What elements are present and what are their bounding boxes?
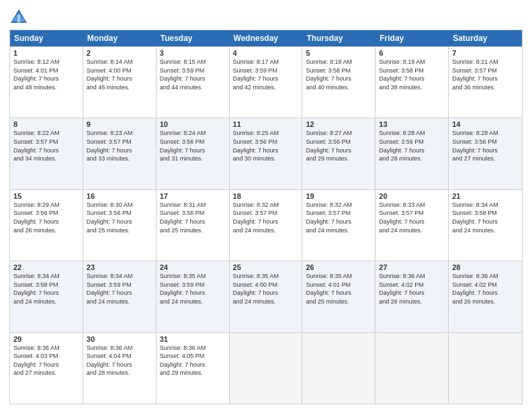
empty-cell-4-6 [449,333,522,404]
day-number: 20 [379,192,445,200]
day-number: 13 [379,120,445,128]
calendar: SundayMondayTuesdayWednesdayThursdayFrid… [9,30,523,404]
day-cell-1: 1Sunrise: 8:12 AM Sunset: 4:01 PM Daylig… [10,47,83,118]
day-cell-12: 12Sunrise: 8:27 AM Sunset: 3:56 PM Dayli… [302,118,375,189]
day-cell-9: 9Sunrise: 8:23 AM Sunset: 3:57 PM Daylig… [83,118,157,189]
day-info: Sunrise: 8:19 AM Sunset: 3:58 PM Dayligh… [379,58,445,91]
day-cell-10: 10Sunrise: 8:24 AM Sunset: 3:56 PM Dayli… [157,118,230,189]
day-number: 12 [306,120,371,128]
day-cell-7: 7Sunrise: 8:21 AM Sunset: 3:57 PM Daylig… [449,47,522,118]
day-cell-2: 2Sunrise: 8:14 AM Sunset: 4:00 PM Daylig… [83,47,157,118]
day-info: Sunrise: 8:29 AM Sunset: 3:56 PM Dayligh… [13,201,79,234]
day-cell-20: 20Sunrise: 8:33 AM Sunset: 3:57 PM Dayli… [375,190,449,261]
calendar-row-2: 8Sunrise: 8:22 AM Sunset: 3:57 PM Daylig… [10,118,522,189]
calendar-row-1: 1Sunrise: 8:12 AM Sunset: 4:01 PM Daylig… [10,46,522,118]
day-header-sunday: Sunday [10,30,83,46]
day-header-thursday: Thursday [302,30,375,46]
day-number: 4 [233,49,299,57]
day-cell-16: 16Sunrise: 8:30 AM Sunset: 3:56 PM Dayli… [83,190,157,261]
day-cell-4: 4Sunrise: 8:17 AM Sunset: 3:59 PM Daylig… [230,47,303,118]
day-cell-8: 8Sunrise: 8:22 AM Sunset: 3:57 PM Daylig… [10,118,83,189]
day-info: Sunrise: 8:17 AM Sunset: 3:59 PM Dayligh… [233,58,299,91]
day-cell-31: 31Sunrise: 8:36 AM Sunset: 4:05 PM Dayli… [157,333,230,404]
day-number: 28 [452,263,519,271]
day-info: Sunrise: 8:14 AM Sunset: 4:00 PM Dayligh… [87,58,152,91]
day-info: Sunrise: 8:28 AM Sunset: 3:56 PM Dayligh… [379,129,445,163]
calendar-body: 1Sunrise: 8:12 AM Sunset: 4:01 PM Daylig… [10,46,522,404]
day-number: 23 [87,263,152,271]
day-cell-11: 11Sunrise: 8:25 AM Sunset: 3:56 PM Dayli… [230,118,303,189]
day-info: Sunrise: 8:32 AM Sunset: 3:57 PM Dayligh… [233,201,299,234]
day-info: Sunrise: 8:34 AM Sunset: 3:58 PM Dayligh… [452,201,519,234]
day-number: 10 [160,120,226,128]
day-cell-3: 3Sunrise: 8:15 AM Sunset: 3:59 PM Daylig… [157,47,230,118]
day-cell-13: 13Sunrise: 8:28 AM Sunset: 3:56 PM Dayli… [375,118,449,189]
day-cell-14: 14Sunrise: 8:28 AM Sunset: 3:56 PM Dayli… [449,118,522,189]
day-number: 22 [13,263,79,271]
day-cell-15: 15Sunrise: 8:29 AM Sunset: 3:56 PM Dayli… [10,190,83,261]
calendar-header: SundayMondayTuesdayWednesdayThursdayFrid… [10,30,522,46]
day-number: 3 [160,49,226,57]
day-info: Sunrise: 8:28 AM Sunset: 3:56 PM Dayligh… [452,129,519,163]
day-number: 15 [13,192,79,200]
day-cell-27: 27Sunrise: 8:36 AM Sunset: 4:02 PM Dayli… [375,261,449,332]
day-number: 29 [13,335,79,343]
day-cell-17: 17Sunrise: 8:31 AM Sunset: 3:56 PM Dayli… [157,190,230,261]
day-number: 30 [87,335,152,343]
day-number: 6 [379,49,445,57]
day-info: Sunrise: 8:34 AM Sunset: 3:58 PM Dayligh… [13,272,79,306]
day-info: Sunrise: 8:24 AM Sunset: 3:56 PM Dayligh… [160,129,226,163]
day-cell-24: 24Sunrise: 8:35 AM Sunset: 3:59 PM Dayli… [157,261,230,332]
day-info: Sunrise: 8:36 AM Sunset: 4:02 PM Dayligh… [452,272,519,306]
day-cell-29: 29Sunrise: 8:36 AM Sunset: 4:03 PM Dayli… [10,333,83,404]
day-number: 19 [306,192,371,200]
day-number: 8 [13,120,79,128]
page-header [9,7,523,26]
day-number: 9 [87,120,152,128]
day-info: Sunrise: 8:35 AM Sunset: 3:59 PM Dayligh… [160,272,226,306]
day-info: Sunrise: 8:33 AM Sunset: 3:57 PM Dayligh… [379,201,445,234]
day-cell-5: 5Sunrise: 8:18 AM Sunset: 3:58 PM Daylig… [302,47,375,118]
day-header-tuesday: Tuesday [157,30,230,46]
day-number: 18 [233,192,299,200]
day-number: 24 [160,263,226,271]
day-info: Sunrise: 8:36 AM Sunset: 4:03 PM Dayligh… [13,344,79,377]
day-header-wednesday: Wednesday [230,30,303,46]
day-info: Sunrise: 8:18 AM Sunset: 3:58 PM Dayligh… [306,58,371,91]
day-info: Sunrise: 8:21 AM Sunset: 3:57 PM Dayligh… [452,58,519,91]
day-cell-6: 6Sunrise: 8:19 AM Sunset: 3:58 PM Daylig… [375,47,449,118]
day-number: 31 [160,335,226,343]
day-number: 1 [13,49,79,57]
day-number: 17 [160,192,226,200]
day-info: Sunrise: 8:34 AM Sunset: 3:59 PM Dayligh… [87,272,152,306]
day-header-monday: Monday [83,30,157,46]
day-cell-26: 26Sunrise: 8:35 AM Sunset: 4:01 PM Dayli… [302,261,375,332]
day-info: Sunrise: 8:25 AM Sunset: 3:56 PM Dayligh… [233,129,299,163]
day-info: Sunrise: 8:12 AM Sunset: 4:01 PM Dayligh… [13,58,79,91]
day-number: 21 [452,192,519,200]
day-number: 27 [379,263,445,271]
day-number: 16 [87,192,152,200]
day-cell-25: 25Sunrise: 8:35 AM Sunset: 4:00 PM Dayli… [230,261,303,332]
day-number: 25 [233,263,299,271]
day-info: Sunrise: 8:31 AM Sunset: 3:56 PM Dayligh… [160,201,226,234]
day-number: 11 [233,120,299,128]
day-cell-30: 30Sunrise: 8:36 AM Sunset: 4:04 PM Dayli… [83,333,157,404]
logo [9,7,31,26]
day-number: 7 [452,49,519,57]
empty-cell-4-5 [375,333,449,404]
calendar-row-4: 22Sunrise: 8:34 AM Sunset: 3:58 PM Dayli… [10,261,522,332]
day-cell-23: 23Sunrise: 8:34 AM Sunset: 3:59 PM Dayli… [83,261,157,332]
calendar-row-5: 29Sunrise: 8:36 AM Sunset: 4:03 PM Dayli… [10,332,522,404]
day-info: Sunrise: 8:23 AM Sunset: 3:57 PM Dayligh… [87,129,152,163]
day-info: Sunrise: 8:36 AM Sunset: 4:05 PM Dayligh… [160,344,226,377]
day-info: Sunrise: 8:30 AM Sunset: 3:56 PM Dayligh… [87,201,152,234]
logo-icon [9,7,28,26]
day-cell-18: 18Sunrise: 8:32 AM Sunset: 3:57 PM Dayli… [230,190,303,261]
day-info: Sunrise: 8:36 AM Sunset: 4:02 PM Dayligh… [379,272,445,306]
day-info: Sunrise: 8:22 AM Sunset: 3:57 PM Dayligh… [13,129,79,163]
empty-cell-4-3 [230,333,303,404]
day-cell-19: 19Sunrise: 8:32 AM Sunset: 3:57 PM Dayli… [302,190,375,261]
day-cell-22: 22Sunrise: 8:34 AM Sunset: 3:58 PM Dayli… [10,261,83,332]
day-number: 26 [306,263,371,271]
